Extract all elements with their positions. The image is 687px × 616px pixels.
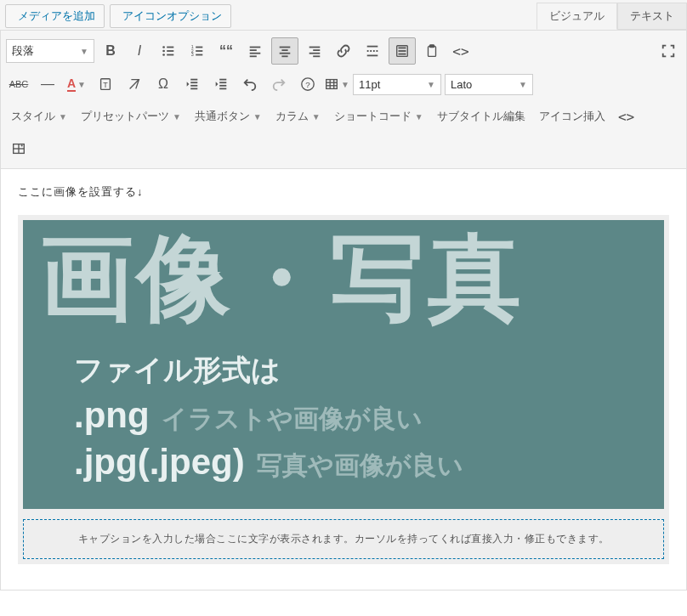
paragraph-select-label: 段落 — [12, 43, 34, 59]
tab-text[interactable]: テキスト — [617, 3, 687, 30]
chevron-down-icon: ▼ — [77, 80, 86, 89]
tab-visual[interactable]: ビジュアル — [537, 3, 617, 30]
editor-content[interactable]: ここに画像を設置する↓ 画像・写真 ファイル形式は .png イラストや画像が良… — [0, 169, 687, 591]
svg-rect-33 — [429, 45, 434, 48]
svg-rect-8 — [196, 47, 202, 48]
editor-top-bar: メディアを追加 アイコンオプション ビジュアル テキスト — [0, 0, 687, 30]
svg-rect-2 — [167, 47, 173, 48]
svg-text:T: T — [103, 81, 108, 89]
table-button[interactable]: ▼ — [324, 71, 349, 97]
svg-point-5 — [162, 54, 165, 56]
image-title: 画像・写真 — [40, 229, 647, 327]
svg-rect-46 — [326, 80, 338, 89]
add-media-button[interactable]: メディアを追加 — [5, 4, 105, 28]
svg-rect-6 — [167, 54, 173, 56]
ordered-list-button[interactable]: 123 — [185, 38, 210, 64]
fullscreen-button[interactable] — [656, 38, 681, 64]
clear-formatting-button[interactable] — [122, 71, 147, 97]
format-png: .png — [74, 395, 150, 436]
caption-text: キャプションを入力した場合ここに文字が表示されます。カーソルを持ってくれば直接入… — [78, 533, 610, 545]
icon-options-label: アイコンオプション — [122, 8, 222, 24]
svg-text:3: 3 — [191, 52, 194, 57]
code-button[interactable]: <> — [448, 38, 474, 64]
font-family-select[interactable]: Lato ▼ — [445, 74, 533, 95]
format-jpg: .jpg(.jpeg) — [74, 442, 245, 483]
blockquote-button[interactable]: ““ — [213, 38, 239, 64]
image-subtitle: ファイル形式は — [74, 351, 647, 390]
strikethrough-button[interactable]: ABC — [6, 71, 31, 97]
instruction-text: ここに画像を設置する↓ — [18, 184, 669, 200]
add-media-label: メディアを追加 — [18, 8, 95, 24]
svg-rect-4 — [167, 50, 173, 52]
align-right-button[interactable] — [302, 38, 327, 64]
svg-rect-10 — [196, 50, 202, 52]
toolbar-toggle-button[interactable] — [389, 37, 416, 65]
desc-png: イラストや画像が良い — [162, 402, 423, 437]
chevron-down-icon: ▼ — [80, 47, 88, 56]
font-size-select[interactable]: 11pt ▼ — [353, 74, 441, 95]
svg-rect-32 — [429, 47, 436, 57]
svg-text:?: ? — [305, 80, 310, 89]
editor-toolbar: 段落 ▼ B I 123 ““ <> ABC — A▼ T Ω — [0, 30, 687, 169]
unordered-list-button[interactable] — [156, 38, 181, 64]
chevron-down-icon: ▼ — [519, 80, 527, 89]
image-block[interactable]: 画像・写真 ファイル形式は .png イラストや画像が良い .jpg(.jpeg… — [18, 215, 669, 564]
icon-insert-button[interactable]: アイコン挿入 — [534, 105, 610, 127]
paste-text-button[interactable]: T — [93, 71, 118, 97]
help-button[interactable]: ? — [295, 71, 321, 97]
italic-button[interactable]: I — [127, 38, 152, 64]
chevron-down-icon: ▼ — [341, 80, 349, 89]
editor-mode-tabs: ビジュアル テキスト — [537, 3, 687, 30]
indent-button[interactable] — [208, 71, 234, 97]
paragraph-select[interactable]: 段落 ▼ — [6, 39, 94, 63]
svg-rect-12 — [196, 54, 202, 56]
icon-options-button[interactable]: アイコンオプション — [110, 4, 231, 28]
svg-rect-30 — [399, 50, 406, 52]
font-size-label: 11pt — [359, 78, 380, 91]
placeholder-image: 画像・写真 ファイル形式は .png イラストや画像が良い .jpg(.jpeg… — [23, 220, 664, 509]
align-center-button[interactable] — [271, 37, 298, 65]
hr-button[interactable]: — — [35, 71, 60, 97]
svg-point-3 — [162, 50, 165, 53]
special-char-button[interactable]: Ω — [150, 71, 176, 97]
align-left-button[interactable] — [242, 38, 268, 64]
svg-rect-31 — [399, 54, 406, 55]
outdent-button[interactable] — [179, 71, 205, 97]
preset-dropdown[interactable]: プリセットパーツ▼ — [76, 105, 186, 127]
font-family-label: Lato — [451, 78, 472, 91]
subtitle-edit-button[interactable]: サブタイトル編集 — [432, 105, 531, 127]
svg-rect-29 — [399, 48, 406, 49]
redo-button[interactable] — [266, 71, 292, 97]
link-button[interactable] — [331, 38, 356, 64]
column-dropdown[interactable]: カラム▼ — [270, 105, 326, 127]
clipboard-button[interactable] — [419, 38, 445, 64]
bold-button[interactable]: B — [98, 38, 123, 64]
read-more-button[interactable] — [360, 38, 385, 64]
undo-button[interactable] — [237, 71, 263, 97]
text-color-button[interactable]: A▼ — [64, 71, 89, 97]
common-button-dropdown[interactable]: 共通ボタン▼ — [190, 105, 267, 127]
layout-grid-button[interactable] — [6, 136, 31, 161]
code-button-2[interactable]: <> — [614, 104, 639, 129]
svg-point-1 — [162, 46, 165, 48]
desc-jpg: 写真や画像が良い — [257, 449, 463, 483]
chevron-down-icon: ▼ — [427, 80, 435, 89]
style-dropdown[interactable]: スタイル▼ — [6, 105, 72, 127]
shortcode-dropdown[interactable]: ショートコード▼ — [329, 105, 429, 127]
caption-input[interactable]: キャプションを入力した場合ここに文字が表示されます。カーソルを持ってくれば直接入… — [23, 519, 664, 559]
